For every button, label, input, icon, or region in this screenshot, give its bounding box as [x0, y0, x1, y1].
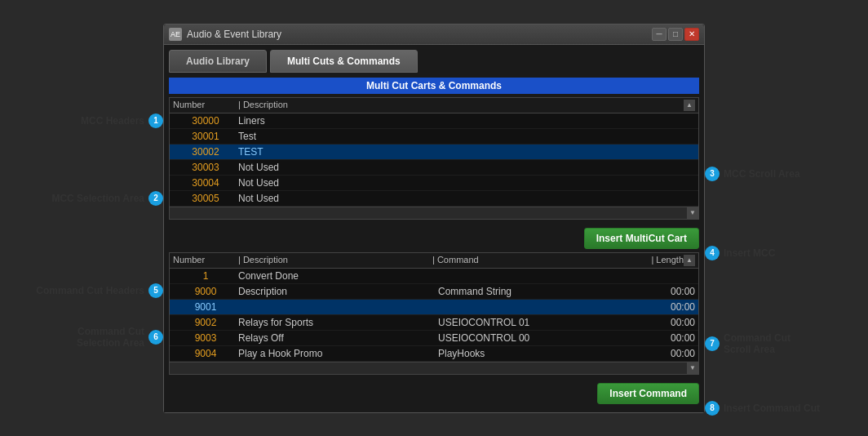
- mcc-row-2[interactable]: 30002 TEST: [170, 145, 698, 160]
- cmd-row1-desc: Description: [238, 286, 438, 297]
- cmd-row1-number: 9000: [173, 286, 238, 297]
- mcc-row-1[interactable]: 30001 Test: [170, 129, 698, 145]
- cmd-header-length: | Length: [627, 255, 684, 266]
- cmd-row-1[interactable]: 9000 Description Command String 00:00: [170, 284, 698, 300]
- cmd-scroll-down[interactable]: ▼: [687, 363, 698, 374]
- cmd-header-desc: | Description: [238, 255, 432, 266]
- mcc-table-header: Number | Description ▲: [170, 98, 698, 113]
- ann7-label: Command CutScroll Area: [724, 332, 790, 355]
- ann5-label: Command Cut Headers: [36, 285, 144, 296]
- annotation-7: 7 Command CutScroll Area: [705, 332, 790, 355]
- cmd-row0-desc: Convert Done: [238, 270, 438, 282]
- window-icon-text: AE: [170, 30, 180, 38]
- cmd-row3-number: 9002: [173, 317, 238, 328]
- mcc-table-area: Number | Description ▲ 30000 Liners 3000…: [169, 97, 699, 220]
- annotation-5: Command Cut Headers 5: [36, 283, 163, 298]
- cmd-row3-length: 00:00: [638, 317, 695, 328]
- annotation-4: 4 Insert MCC: [705, 246, 775, 260]
- cmd-row4-desc: Relays Off: [238, 332, 438, 344]
- mcc-row5-number: 30005: [173, 193, 238, 204]
- annotation-6: Command CutSelection Area 6: [77, 326, 163, 349]
- mcc-row4-desc: Not Used: [238, 177, 695, 189]
- cmd-row5-desc: Play a Hook Promo: [238, 348, 438, 359]
- ann2-label: MCC Selection Area: [51, 193, 144, 204]
- insert-command-button[interactable]: Insert Command: [597, 383, 699, 404]
- cmd-header-number: Number: [173, 255, 238, 266]
- mcc-row3-number: 30003: [173, 162, 238, 173]
- cmd-row4-length: 00:00: [638, 332, 695, 344]
- cmd-scroll-area[interactable]: 1 Convert Done 9000 Description Command …: [170, 269, 698, 362]
- ann2-badge: 2: [148, 191, 163, 206]
- mcc-row-5[interactable]: 30005 Not Used: [170, 191, 698, 207]
- mcc-scroll-up[interactable]: ▲: [684, 100, 695, 111]
- mcc-row0-number: 30000: [173, 115, 238, 127]
- cmd-row-3[interactable]: 9002 Relays for Sports USEIOCONTROL 01 0…: [170, 315, 698, 331]
- content-area: Multi Cut Carts & Commands Number | Desc…: [164, 73, 704, 412]
- mcc-row-0[interactable]: 30000 Liners: [170, 113, 698, 129]
- window-controls: ─ □ ✕: [652, 28, 699, 41]
- tab-multi-cuts[interactable]: Multi Cuts & Commands: [270, 50, 418, 73]
- mcc-row2-number: 30002: [173, 146, 238, 158]
- ann1-badge: 1: [148, 113, 163, 128]
- window-title: Audio & Event Library: [187, 29, 281, 40]
- cmd-row3-desc: Relays for Sports: [238, 317, 438, 328]
- cmd-row5-length: 00:00: [638, 348, 695, 359]
- outer-wrapper: MCC Headers 1 MCC Selection Area 2 Comma…: [0, 16, 868, 421]
- cmd-table-area: Number | Description | Command | Length …: [169, 252, 699, 375]
- cmd-table-header: Number | Description | Command | Length …: [170, 253, 698, 269]
- tab-audio-library[interactable]: Audio Library: [169, 50, 267, 73]
- mcc-row-4[interactable]: 30004 Not Used: [170, 176, 698, 191]
- cmd-row4-number: 9003: [173, 332, 238, 344]
- ann8-badge: 8: [705, 401, 720, 416]
- close-button[interactable]: ✕: [684, 28, 699, 41]
- window-icon: AE: [169, 28, 182, 41]
- minimize-button[interactable]: ─: [652, 28, 666, 41]
- cmd-row5-command: PlayHooks: [438, 348, 638, 359]
- mcc-row1-desc: Test: [238, 131, 695, 142]
- annotation-8: 8 Insert Command Cut: [705, 401, 820, 416]
- cmd-row-0[interactable]: 1 Convert Done: [170, 269, 698, 284]
- ann6-badge: 6: [148, 330, 163, 345]
- cmd-row2-length: 00:00: [638, 301, 695, 313]
- cmd-row1-command: Command String: [438, 286, 638, 297]
- ann4-badge: 4: [705, 246, 720, 260]
- ann3-label: MCC Scroll Area: [724, 168, 800, 180]
- cmd-row2-number: 9001: [173, 301, 238, 313]
- insert-mcc-button-row: Insert MultiCut Cart: [169, 225, 699, 252]
- ann6-label: Command CutSelection Area: [77, 326, 144, 349]
- ann3-badge: 3: [705, 167, 720, 181]
- mcc-header-desc: | Description: [238, 100, 684, 111]
- cmd-row1-length: 00:00: [638, 286, 695, 297]
- ann1-label: MCC Headers: [81, 115, 144, 127]
- mcc-row0-desc: Liners: [238, 115, 695, 127]
- mcc-scroll-down[interactable]: ▼: [687, 207, 698, 219]
- cmd-row3-command: USEIOCONTROL 01: [438, 317, 638, 328]
- mcc-row-3[interactable]: 30003 Not Used: [170, 160, 698, 176]
- mcc-scroll-area[interactable]: 30000 Liners 30001 Test 30002 TEST 30003…: [170, 113, 698, 207]
- cmd-row0-number: 1: [173, 270, 238, 282]
- annotation-1: MCC Headers 1: [81, 113, 163, 128]
- maximize-button[interactable]: □: [668, 28, 683, 41]
- annotation-2: MCC Selection Area 2: [51, 191, 163, 206]
- annotation-3: 3 MCC Scroll Area: [705, 167, 800, 181]
- tab-bar: Audio Library Multi Cuts & Commands: [164, 45, 704, 73]
- mcc-row1-number: 30001: [173, 131, 238, 142]
- cmd-row4-command: USEIOCONTROL 00: [438, 332, 638, 344]
- insert-cmd-button-row: Insert Command: [169, 380, 699, 407]
- mcc-row3-desc: Not Used: [238, 162, 695, 173]
- mcc-header-number: Number: [173, 100, 238, 111]
- ann8-label: Insert Command Cut: [724, 403, 820, 414]
- insert-mcc-button[interactable]: Insert MultiCut Cart: [584, 228, 699, 249]
- ann4-label: Insert MCC: [724, 247, 775, 259]
- cmd-row-5[interactable]: 9004 Play a Hook Promo PlayHooks 00:00: [170, 346, 698, 362]
- cmd-row-4[interactable]: 9003 Relays Off USEIOCONTROL 00 00:00: [170, 331, 698, 346]
- mcc-row4-number: 30004: [173, 177, 238, 189]
- cmd-scroll-up[interactable]: ▲: [684, 255, 695, 266]
- cmd-row-2[interactable]: 9001 00:00: [170, 300, 698, 315]
- mcc-section-title: Multi Cut Carts & Commands: [169, 78, 699, 94]
- title-bar: AE Audio & Event Library ─ □ ✕: [164, 24, 704, 45]
- ann5-badge: 5: [148, 283, 163, 298]
- mcc-row5-desc: Not Used: [238, 193, 695, 204]
- mcc-row2-desc: TEST: [238, 146, 695, 158]
- ann7-badge: 7: [705, 336, 720, 351]
